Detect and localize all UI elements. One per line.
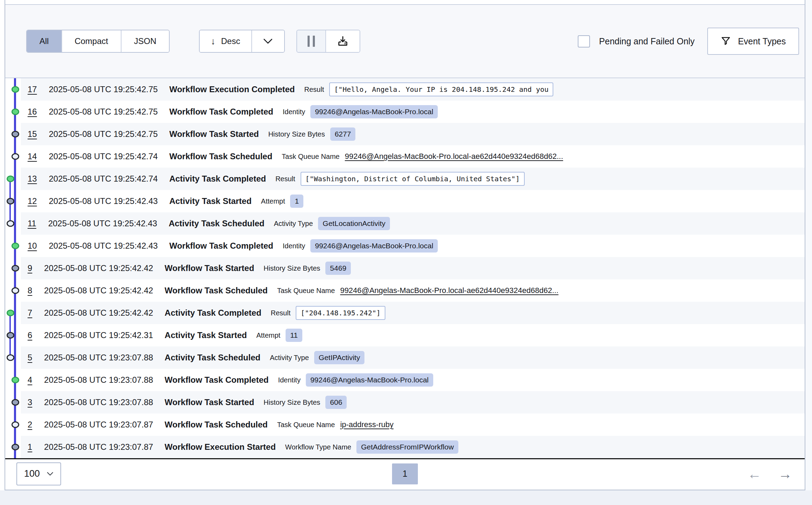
event-row[interactable]: 16 2025-05-08 UTC 19:25:42.75 Workflow T… [21,101,805,123]
event-id-link[interactable]: 7 [28,308,32,318]
event-status-dot [12,86,19,93]
event-id-link[interactable]: 12 [28,196,37,206]
arrow-right-icon: → [778,466,792,482]
event-id-link[interactable]: 10 [28,241,37,251]
event-row[interactable]: 2 2025-05-08 UTC 19:23:07.87 Workflow Ta… [21,413,805,436]
event-timestamp: 2025-05-08 UTC 19:25:42.75 [49,129,158,139]
event-status-dot [7,176,14,182]
pause-icon [308,36,315,47]
event-name: Workflow Task Completed [165,375,269,385]
event-value-badge: GetLocationActivity [318,217,390,230]
event-timestamp: 2025-05-08 UTC 19:23:07.87 [44,420,153,430]
event-value-link[interactable]: 99246@Angelas-MacBook-Pro.local-ae62d440… [345,152,563,161]
event-id-link[interactable]: 15 [28,129,37,139]
event-timestamp: 2025-05-08 UTC 19:25:42.43 [48,219,157,228]
event-row[interactable]: 14 2025-05-08 UTC 19:25:42.74 Workflow T… [21,145,805,168]
event-value-badge: 99246@Angelas-MacBook-Pro.local [310,239,438,252]
page-bottom-margin [0,490,812,505]
event-value-link[interactable]: ip-address-ruby [340,420,393,429]
event-status-dot [12,444,19,451]
event-detail-label: Attempt [261,197,285,205]
download-icon [337,35,349,47]
event-name: Workflow Task Scheduled [165,420,268,430]
chevron-down-small-icon [47,472,53,476]
event-status-dot [12,265,19,272]
event-id-link[interactable]: 11 [28,219,36,228]
event-detail-label: Attempt [256,331,280,339]
event-row[interactable]: 7 2025-05-08 UTC 19:25:42.42 Activity Ta… [21,302,805,324]
pending-failed-label: Pending and Failed Only [599,36,695,46]
event-id-link[interactable]: 13 [28,174,37,184]
event-status-dot [12,109,19,115]
tab-json[interactable]: JSON [121,30,169,52]
event-timestamp: 2025-05-08 UTC 19:25:42.42 [44,308,153,318]
event-status-dot [12,399,19,406]
event-id-link[interactable]: 9 [28,263,32,273]
event-name: Activity Task Completed [165,308,261,318]
event-status-dot [7,332,14,339]
event-name: Workflow Execution Started [165,442,276,452]
view-mode-tabs: All Compact JSON [26,30,170,53]
event-name: Activity Task Started [165,330,247,340]
event-row[interactable]: 5 2025-05-08 UTC 19:23:07.88 Activity Ta… [21,346,805,369]
next-page-button[interactable]: → [778,467,792,481]
sort-control: ↓ Desc [199,30,285,53]
sort-order-button[interactable]: ↓ Desc [200,30,252,52]
event-id-link[interactable]: 4 [28,375,32,385]
event-value-link[interactable]: 99246@Angelas-MacBook-Pro.local-ae62d440… [340,286,558,295]
event-timestamp: 2025-05-08 UTC 19:23:07.88 [44,397,153,407]
event-value-badge: 6277 [330,127,356,141]
event-types-label: Event Types [738,36,786,46]
event-row[interactable]: 10 2025-05-08 UTC 19:25:42.43 Workflow T… [21,235,805,257]
pause-button[interactable] [297,30,326,52]
event-id-link[interactable]: 6 [28,330,32,340]
event-row[interactable]: 8 2025-05-08 UTC 19:25:42.42 Workflow Ta… [21,279,805,302]
event-id-link[interactable]: 1 [28,442,32,452]
event-detail-label: History Size Bytes [268,130,325,138]
event-id-link[interactable]: 5 [28,353,32,363]
event-name: Activity Task Scheduled [165,353,260,363]
event-status-dot [12,377,19,383]
current-page-button[interactable]: 1 [392,463,418,484]
event-timestamp: 2025-05-08 UTC 19:23:07.88 [44,353,153,363]
page-size-value: 100 [24,468,40,479]
event-id-link[interactable]: 14 [28,152,37,161]
sort-order-label: Desc [221,36,240,46]
event-timestamp: 2025-05-08 UTC 19:25:42.42 [44,286,153,295]
download-button[interactable] [326,30,360,52]
event-id-link[interactable]: 2 [28,420,32,430]
event-name: Workflow Task Completed [169,241,273,251]
event-row[interactable]: 13 2025-05-08 UTC 19:25:42.74 Activity T… [21,168,805,190]
event-value-badge: 99246@Angelas-MacBook-Pro.local [310,105,438,118]
event-row[interactable]: 17 2025-05-08 UTC 19:25:42.75 Workflow E… [21,78,805,101]
event-row[interactable]: 1 2025-05-08 UTC 19:23:07.87 Workflow Ex… [21,436,805,458]
event-row[interactable]: 6 2025-05-08 UTC 19:25:42.31 Activity Ta… [21,324,805,346]
event-row[interactable]: 15 2025-05-08 UTC 19:25:42.75 Workflow T… [21,123,805,145]
pending-failed-filter[interactable]: Pending and Failed Only [578,35,695,47]
tab-compact[interactable]: Compact [62,30,121,52]
prev-page-button[interactable]: ← [747,467,761,481]
event-row[interactable]: 12 2025-05-08 UTC 19:25:42.43 Activity T… [21,190,805,212]
event-row[interactable]: 4 2025-05-08 UTC 19:23:07.88 Workflow Ta… [21,369,805,391]
event-id-link[interactable]: 17 [28,85,37,94]
event-row[interactable]: 11 2025-05-08 UTC 19:25:42.43 Activity T… [21,212,805,235]
page-size-select[interactable]: 100 [16,462,61,485]
event-row[interactable]: 3 2025-05-08 UTC 19:23:07.88 Workflow Ta… [21,391,805,413]
pending-failed-checkbox[interactable] [578,35,590,47]
event-status-dot [12,131,19,138]
sort-dropdown-button[interactable] [252,30,284,52]
event-value-code: ["Hello, Angela. Your IP is 204.148.195.… [329,82,553,96]
event-timestamp: 2025-05-08 UTC 19:25:42.74 [49,174,158,184]
tab-all[interactable]: All [27,30,62,52]
event-id-link[interactable]: 16 [28,107,37,117]
event-value-badge: 1 [290,195,303,208]
event-value-badge: GetAddressFromIPWorkflow [356,440,458,454]
event-status-dot [12,422,19,428]
event-id-link[interactable]: 3 [28,397,32,407]
event-row[interactable]: 9 2025-05-08 UTC 19:25:42.42 Workflow Ta… [21,257,805,279]
event-id-link[interactable]: 8 [28,286,32,295]
chevron-down-icon [263,38,273,44]
event-types-button[interactable]: Event Types [707,28,799,55]
event-detail-label: Identity [283,108,305,116]
event-detail-label: Result [271,309,291,317]
